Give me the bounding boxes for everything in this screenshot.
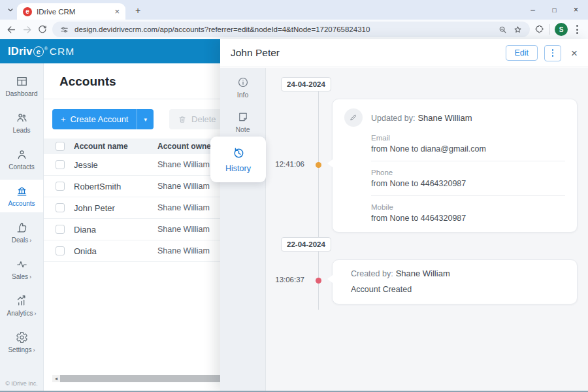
maximize-button[interactable]: □: [544, 0, 565, 20]
card-notch: [327, 275, 333, 283]
address-bar[interactable]: design.devidrivecrm.com/app/accounts?ref…: [52, 22, 530, 37]
bookmark-star-icon[interactable]: [513, 25, 523, 35]
refresh-icon[interactable]: [37, 24, 48, 35]
caret-down-icon: ▾: [144, 116, 147, 123]
sidebar-item-deals[interactable]: Deals›: [0, 216, 43, 249]
copyright-footer: © IDrive Inc.: [0, 380, 43, 387]
record-detail-panel: John Peter Edit × Info Note: [220, 39, 588, 391]
actor-label: Created by:: [351, 269, 393, 278]
idrive-crm-logo: IDriv e ® CRM: [8, 45, 74, 57]
dashboard-icon: [16, 75, 28, 88]
note-icon: [237, 111, 249, 123]
browser-toolbar: design.devidrivecrm.com/app/accounts?ref…: [0, 20, 588, 39]
panel-body: Info Note History 24-04-2024 12:41:06: [220, 68, 588, 391]
sidebar-item-contacts[interactable]: Contacts: [0, 143, 43, 176]
tab-search-chevron-icon[interactable]: [6, 5, 15, 14]
actor-label: Updated by:: [371, 114, 415, 123]
change-item: Phone from None to 4464320987: [371, 169, 565, 188]
info-icon: [237, 76, 249, 88]
sidebar-item-analytics[interactable]: Analytics›: [0, 289, 43, 322]
account-name: Diana: [74, 225, 157, 235]
accounts-icon: [16, 185, 28, 197]
create-account-dropdown[interactable]: ▾: [137, 109, 154, 129]
extensions-icon[interactable]: [534, 24, 545, 35]
panel-header: John Peter Edit ×: [220, 39, 588, 67]
side-navigation: Dashboard Leads Contacts Accounts Deals›…: [0, 63, 44, 391]
sidebar-item-dashboard[interactable]: Dashboard: [0, 70, 43, 103]
profile-avatar[interactable]: S: [555, 23, 568, 36]
chevron-right-icon: ›: [29, 237, 31, 244]
analytics-icon: [16, 295, 28, 307]
plus-icon: +: [61, 114, 66, 124]
scroll-left-icon[interactable]: ◂: [52, 375, 60, 382]
column-account-name: Account name: [74, 142, 157, 151]
account-name: John Peter: [74, 203, 157, 213]
browser-menu-icon[interactable]: [572, 24, 582, 35]
tab-note[interactable]: Note: [220, 111, 265, 133]
delete-button[interactable]: Delete: [169, 109, 225, 129]
settings-gear-icon: [16, 331, 28, 344]
tab-close-icon[interactable]: ×: [114, 7, 120, 16]
forward-icon[interactable]: [22, 24, 33, 35]
row-checkbox[interactable]: [56, 160, 65, 169]
record-title: John Peter: [231, 47, 506, 59]
timeline-dot-create: [316, 278, 321, 284]
history-card-create: Created by: Shane William Account Create…: [332, 259, 578, 304]
sidebar-item-leads[interactable]: Leads: [0, 106, 43, 139]
zoom-out-icon[interactable]: [498, 25, 508, 35]
pencil-icon: [349, 113, 358, 122]
change-item: Email from None to diana@gmail.com: [371, 134, 565, 154]
back-icon[interactable]: [6, 24, 17, 35]
account-name: RobertSmith: [74, 182, 157, 191]
sidebar-item-accounts[interactable]: Accounts: [0, 180, 43, 212]
timeline-date-badge: 24-04-2024: [281, 77, 331, 91]
timeline-line: [318, 86, 319, 310]
browser-tabbar: e IDrive CRM × + – □ ×: [0, 0, 588, 20]
toolbar-separator: [549, 24, 550, 35]
create-account-button[interactable]: + Create Account: [52, 109, 137, 129]
timeline-time: 12:41:06: [266, 160, 304, 168]
actor-name: Shane William: [417, 113, 472, 123]
timeline-date-badge: 22-04-2024: [281, 237, 331, 252]
deals-icon: [16, 221, 28, 234]
row-checkbox[interactable]: [56, 203, 65, 212]
select-all-checkbox[interactable]: [56, 142, 65, 151]
site-settings-icon[interactable]: [59, 25, 69, 35]
history-clock-icon: [231, 146, 246, 160]
divider: [371, 195, 565, 196]
row-checkbox[interactable]: [56, 246, 65, 255]
browser-tab[interactable]: e IDrive CRM ×: [17, 3, 125, 20]
sidebar-item-settings[interactable]: Settings›: [0, 326, 43, 359]
panel-close-icon[interactable]: ×: [571, 48, 578, 59]
row-checkbox[interactable]: [56, 182, 65, 191]
logo-e-icon: e: [33, 46, 44, 57]
contacts-icon: [16, 148, 28, 161]
divider: [371, 161, 565, 161]
change-item: Mobile from None to 4464320987: [371, 203, 565, 223]
sidebar-item-sales[interactable]: Sales›: [0, 253, 43, 286]
tab-info[interactable]: Info: [220, 76, 265, 99]
timeline-time: 13:06:37: [266, 276, 304, 284]
minimize-button[interactable]: –: [522, 0, 544, 20]
chevron-right-icon: ›: [33, 347, 35, 353]
chevron-right-icon: ›: [35, 310, 37, 317]
panel-menu-icon[interactable]: [544, 45, 561, 61]
window-close-button[interactable]: ×: [565, 0, 587, 20]
sales-icon: [16, 258, 28, 270]
url-text: design.devidrivecrm.com/app/accounts?ref…: [74, 25, 493, 33]
row-checkbox[interactable]: [56, 225, 65, 234]
create-account-split-button: + Create Account ▾: [52, 109, 154, 129]
panel-tabs: Info Note History: [220, 68, 266, 391]
event-text: Account Created: [351, 285, 565, 294]
tab-title: IDrive CRM: [37, 8, 110, 16]
new-tab-button[interactable]: +: [132, 5, 144, 16]
chevron-right-icon: ›: [29, 274, 31, 280]
actor-name: Shane William: [396, 269, 450, 278]
leads-icon: [16, 112, 28, 124]
edit-button[interactable]: Edit: [506, 45, 538, 61]
account-name: Onida: [74, 246, 157, 256]
tab-history-active[interactable]: History: [210, 137, 266, 182]
history-card-update: Updated by:Shane William Email from None…: [332, 99, 578, 233]
timeline-dot-update: [316, 162, 321, 168]
account-name: Jessie: [74, 160, 157, 170]
